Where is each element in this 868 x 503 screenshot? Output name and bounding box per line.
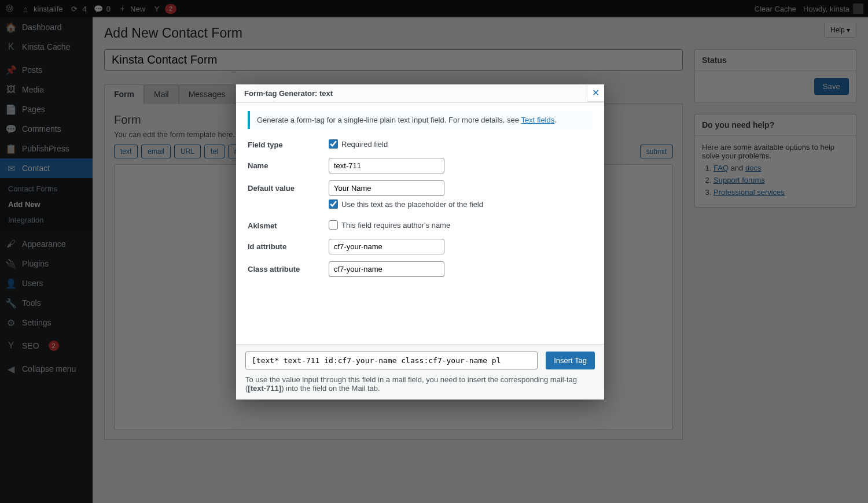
required-checkbox[interactable] [329,139,338,149]
akismet-checkbox-wrap[interactable]: This field requires author's name [329,220,593,230]
class-attr-input[interactable] [329,261,444,277]
form-tag-modal: Form-tag Generator: text ✕ Generate a fo… [236,84,604,400]
tag-output[interactable] [245,352,538,369]
footer-note: To use the value input through this fiel… [245,375,595,393]
default-value-input[interactable] [329,180,444,196]
akismet-checkbox[interactable] [329,220,338,230]
modal-footer: Insert Tag To use the value input throug… [236,344,604,400]
class-attr-label: Class attribute [248,261,329,273]
field-type-label: Field type [248,137,329,149]
akismet-label: Akismet [248,218,329,230]
modal-info: Generate a form-tag for a single-line pl… [248,111,593,129]
placeholder-checkbox[interactable] [329,199,338,209]
close-icon: ✕ [592,87,599,98]
placeholder-checkbox-wrap[interactable]: Use this text as the placeholder of the … [329,199,593,209]
id-attr-label: Id attribute [248,239,329,251]
default-label: Default value [248,180,329,193]
required-checkbox-wrap[interactable]: Required field [329,139,593,149]
name-input[interactable] [329,158,444,173]
name-label: Name [248,158,329,170]
id-attr-input[interactable] [329,239,444,254]
modal-title: Form-tag Generator: text [236,84,604,103]
text-fields-link[interactable]: Text fields [521,116,554,124]
modal-close-button[interactable]: ✕ [587,84,604,102]
insert-tag-button[interactable]: Insert Tag [546,352,595,369]
